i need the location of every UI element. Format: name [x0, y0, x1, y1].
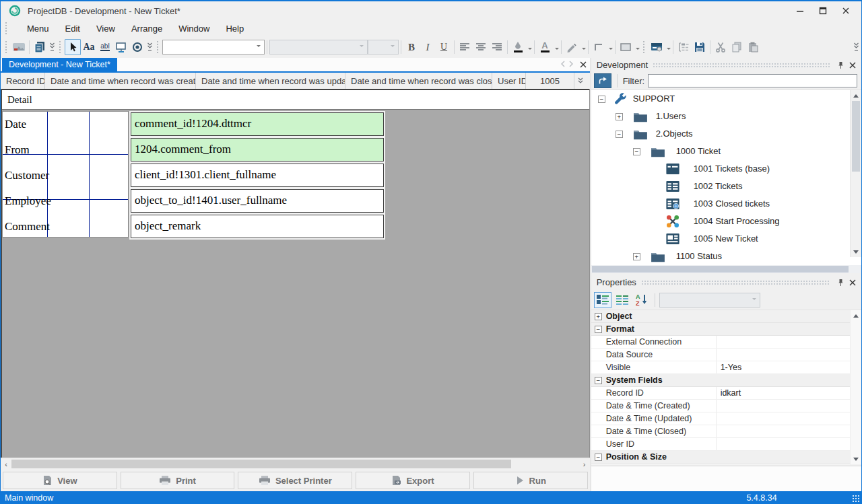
form-label-employee[interactable]: Employee — [5, 190, 51, 213]
menu-item-window[interactable]: Window — [170, 22, 218, 36]
field-box[interactable]: object_remark — [131, 215, 384, 238]
field-header-cell[interactable]: User ID — [492, 73, 526, 89]
scroll-right-icon[interactable]: › — [579, 459, 590, 470]
tab-close-button[interactable] — [576, 58, 590, 71]
field-header-cell[interactable]: Date and time when record was created — [45, 73, 196, 89]
tree-expander-icon[interactable]: − — [633, 148, 640, 155]
screen-tool-button[interactable] — [113, 39, 129, 55]
overflow-chevron-icon[interactable] — [574, 73, 587, 89]
scroll-down-icon[interactable] — [851, 247, 861, 257]
copy-button[interactable] — [729, 39, 745, 55]
menu-item-view[interactable]: View — [88, 22, 123, 36]
property-row-data-source[interactable]: Data Source — [591, 349, 861, 361]
scrollbar-thumb[interactable] — [852, 101, 860, 172]
pointer-tool-button[interactable] — [65, 39, 81, 55]
resize-grip[interactable] — [852, 495, 859, 502]
bold-button[interactable]: B — [403, 39, 420, 55]
tree-expander-icon[interactable]: − — [598, 96, 605, 103]
property-row-visible[interactable]: Visible1-Yes — [591, 361, 861, 374]
property-category-object[interactable]: +Object — [591, 310, 861, 323]
property-value[interactable] — [716, 336, 861, 348]
tab-development-new-ticket[interactable]: Development - New Ticket* — [2, 58, 117, 71]
property-value[interactable] — [716, 438, 861, 450]
toolbar-grip[interactable] — [5, 40, 8, 54]
tree-vertical-scrollbar[interactable] — [850, 90, 861, 257]
horizontal-scrollbar[interactable]: ‹ › — [1, 458, 590, 470]
font-color-dropdown[interactable] — [555, 48, 559, 52]
form-label-customer[interactable]: Customer — [5, 164, 49, 188]
scrollbar-thumb[interactable] — [11, 460, 511, 468]
italic-button[interactable]: I — [420, 39, 436, 55]
property-value[interactable] — [716, 400, 861, 412]
close-icon[interactable] — [847, 277, 859, 288]
tree-item[interactable]: 1004 Start Processing — [591, 213, 861, 230]
align-center-button[interactable] — [473, 39, 489, 55]
print-button[interactable]: Print — [121, 472, 235, 489]
detail-grid-button[interactable] — [649, 39, 665, 55]
overflow-chevron-icon[interactable] — [852, 40, 860, 55]
toolbar-grip[interactable] — [59, 40, 62, 54]
detail-grid-dropdown[interactable] — [667, 48, 671, 52]
overflow-chevron-icon[interactable] — [145, 40, 154, 55]
align-left-button[interactable] — [457, 39, 473, 55]
scrollbar-thumb[interactable] — [592, 266, 849, 273]
scroll-left-icon[interactable]: ‹ — [1, 459, 11, 470]
property-value[interactable]: idkart — [716, 387, 861, 399]
scroll-up-icon[interactable] — [851, 310, 861, 320]
field-header-cell[interactable]: Date and time when record was updated — [196, 73, 345, 89]
property-row-external-connection[interactable]: External Connection — [591, 336, 861, 349]
grid-expander-icon[interactable]: − — [595, 454, 602, 461]
label-tool-button[interactable]: Aa — [81, 39, 97, 55]
font-color-button[interactable]: A — [537, 39, 553, 55]
form-label-from[interactable]: From — [5, 139, 30, 162]
tree-item[interactable]: +1100 Status — [591, 248, 861, 265]
tree-item[interactable]: 1003 Closed tickets — [591, 195, 861, 213]
property-row-date-time-created-[interactable]: Date & Time (Created) — [591, 400, 861, 412]
tab-scroll-left-icon[interactable] — [560, 61, 566, 69]
field-header-cell[interactable]: Date and time when record was closed — [345, 73, 492, 89]
minimize-button[interactable] — [789, 3, 811, 18]
maximize-button[interactable] — [811, 3, 834, 18]
close-icon[interactable] — [847, 60, 859, 71]
field-box[interactable]: 1204.comment_from — [131, 138, 384, 161]
property-value[interactable] — [716, 412, 861, 425]
tab-scroll-right-icon[interactable] — [568, 61, 574, 69]
group-list-button[interactable] — [675, 39, 692, 55]
select-printer-button[interactable]: Select Printer — [238, 472, 352, 489]
tree-horizontal-scrollbar[interactable] — [591, 265, 861, 273]
save-button[interactable] — [692, 39, 708, 55]
view-button[interactable]: View — [3, 472, 117, 489]
sort-az-button[interactable]: AZ — [633, 292, 651, 308]
form-label-comment[interactable]: Comment — [5, 215, 50, 239]
tree-expander-icon[interactable]: + — [616, 113, 623, 120]
align-right-button[interactable] — [489, 39, 505, 55]
toolbar-grip[interactable] — [5, 22, 8, 35]
property-value[interactable] — [716, 425, 861, 437]
pin-icon[interactable] — [834, 277, 847, 288]
tree-expander-icon[interactable]: − — [616, 131, 623, 138]
menu-item-arrange[interactable]: Arrange — [123, 22, 170, 36]
property-value[interactable] — [716, 349, 861, 361]
menu-item-menu[interactable]: Menu — [19, 22, 57, 36]
label-grid-panel[interactable]: DateFromCustomerEmployeeComment — [2, 111, 129, 238]
scroll-up-icon[interactable] — [851, 90, 861, 100]
property-row-date-time-updated-[interactable]: Date & Time (Updated) — [591, 412, 861, 425]
grid-expander-icon[interactable]: + — [595, 313, 602, 320]
property-category-format[interactable]: −Format — [591, 323, 861, 336]
radio-tool-button[interactable] — [129, 39, 145, 55]
export-button[interactable]: Export — [356, 472, 470, 489]
font-name-combobox[interactable] — [162, 40, 265, 55]
go-to-object-button[interactable] — [594, 73, 611, 88]
run-button[interactable]: Run — [473, 472, 588, 489]
tree-item[interactable]: −1000 Ticket — [591, 143, 861, 160]
scroll-down-icon[interactable] — [851, 454, 861, 464]
categorized-view-button[interactable] — [594, 292, 611, 308]
menu-item-help[interactable]: Help — [218, 22, 252, 36]
property-row-user-id[interactable]: User ID — [591, 438, 861, 451]
field-header-cell[interactable]: 1005 — [526, 73, 574, 89]
detail-band[interactable]: Detail — [2, 89, 589, 110]
underline-button[interactable]: U — [436, 39, 452, 55]
cut-button[interactable] — [712, 39, 729, 55]
tree-item[interactable]: +1.Users — [591, 108, 861, 125]
menu-item-edit[interactable]: Edit — [57, 22, 88, 36]
